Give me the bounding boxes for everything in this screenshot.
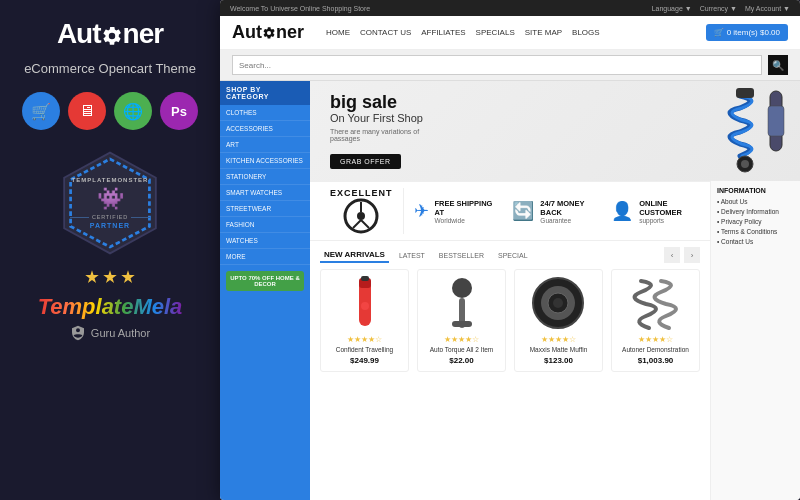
tab-special[interactable]: SPECIAL — [494, 250, 532, 261]
browser-mockup: Welcome To Universe Online Shopping Stor… — [220, 0, 800, 500]
sidebar-item-clothes[interactable]: CLOTHES — [220, 105, 310, 121]
hero-image — [680, 81, 800, 181]
hero-subtitle: On Your First Shop — [330, 112, 450, 124]
hero-text: big sale On Your First Shop There are ma… — [330, 93, 450, 170]
svg-point-16 — [452, 278, 472, 298]
guru-author-label: Guru Author — [91, 327, 150, 339]
sidebar-item-streetwear[interactable]: STREETWEAR — [220, 201, 310, 217]
tab-new-arrivals[interactable]: NEW ARRIVALS — [320, 248, 389, 263]
cart-button[interactable]: 🛒 0 item(s) $0.00 — [706, 24, 788, 41]
nav-home[interactable]: HOME — [326, 28, 350, 37]
product-stars-1: ★★★★☆ — [347, 335, 382, 344]
excellent-label: EXCELLENT — [330, 188, 393, 198]
product-price-1: $249.99 — [350, 356, 379, 365]
store-sidebar: SHOP BY CATEGORY CLOTHES ACCESSORIES ART… — [220, 81, 310, 500]
icons-row: 🛒 🖥 🌐 Ps — [22, 92, 198, 130]
moneyback-icon: 🔄 — [512, 200, 534, 222]
sidebar-item-more[interactable]: MORE — [220, 249, 310, 265]
search-button[interactable]: 🔍 — [768, 55, 788, 75]
feature-moneyback-sub: Guarantee — [540, 217, 601, 224]
hexagon-badge: TemplateMonster 👾 CERTIFIED PaRTNER — [55, 148, 165, 258]
tagline: eCommerce Opencart Theme — [24, 60, 196, 78]
products-grid: ★★★★☆ Confident Travelling $249.99 ★★★★☆ — [320, 269, 700, 372]
info-privacy[interactable]: • Privacy Policy — [717, 218, 794, 225]
feature-moneyback: 🔄 24/7 money back Guarantee — [512, 188, 601, 234]
sidebar-item-art[interactable]: ART — [220, 137, 310, 153]
info-title: INFORMATION — [717, 187, 794, 194]
svg-point-15 — [361, 302, 369, 310]
svg-point-8 — [357, 212, 365, 220]
product-name-3: Maxxis Matte Muffin — [530, 346, 588, 354]
svg-rect-3 — [768, 106, 784, 136]
product-price-3: $123.00 — [544, 356, 573, 365]
sidebar-item-fashion[interactable]: FASHION — [220, 217, 310, 233]
info-terms[interactable]: • Terms & Conditions — [717, 228, 794, 235]
product-card-1: ★★★★☆ Confident Travelling $249.99 — [320, 269, 409, 372]
desktop-icon: 🖥 — [68, 92, 106, 130]
hero-cta-button[interactable]: GRAB OFFER — [330, 154, 401, 169]
globe-icon: 🌐 — [114, 92, 152, 130]
hero-banner: big sale On Your First Shop There are ma… — [310, 81, 800, 181]
product-stars-3: ★★★★☆ — [541, 335, 576, 344]
support-icon: 👤 — [611, 200, 633, 222]
svg-rect-18 — [452, 321, 472, 327]
product-card-2: ★★★★☆ Auto Torque All 2 Item $22.00 — [417, 269, 506, 372]
feature-shipping-sub: Worldwide — [435, 217, 503, 224]
template-mela-brand: TemplateMela — [38, 294, 183, 320]
feature-moneyback-title: 24/7 money back — [540, 199, 601, 217]
info-delivery[interactable]: • Delivery Information — [717, 208, 794, 215]
sidebar-item-watches2[interactable]: WATCHES — [220, 233, 310, 249]
svg-line-11 — [361, 220, 369, 228]
prev-arrow[interactable]: ‹ — [664, 247, 680, 263]
svg-line-10 — [353, 220, 361, 228]
hero-desc: There are many variations of passages — [330, 128, 450, 142]
sidebar-item-accessories[interactable]: ACCESSORIES — [220, 121, 310, 137]
tab-bestseller[interactable]: BESTSELLER — [435, 250, 488, 261]
logo-area: Autner — [57, 18, 163, 50]
topbar-right-links: Language ▼ Currency ▼ My Account ▼ — [652, 5, 790, 12]
account-dropdown[interactable]: My Account ▼ — [745, 5, 790, 12]
nav-contact[interactable]: CONTACT US — [360, 28, 411, 37]
nav-specials[interactable]: SPECIALS — [476, 28, 515, 37]
feature-support: 👤 Online customer supports — [611, 188, 700, 234]
sidebar-item-stationery[interactable]: STATIONERY — [220, 169, 310, 185]
sidebar-item-watches[interactable]: SMART WATCHES — [220, 185, 310, 201]
tab-latest[interactable]: LATEST — [395, 250, 429, 261]
store-nav: HOME CONTACT US AFFILIATES SPECIALS SITE… — [326, 28, 694, 37]
feature-support-title: Online customer — [639, 199, 700, 217]
nav-blogs[interactable]: BLOGS — [572, 28, 600, 37]
sidebar-header: SHOP BY CATEGORY — [220, 81, 310, 105]
product-card-3: ★★★★☆ Maxxis Matte Muffin $123.00 — [514, 269, 603, 372]
steering-wheel-icon — [343, 198, 379, 234]
monster-logo-icon: 👾 — [97, 186, 124, 212]
logo-text: Autner — [57, 18, 163, 50]
svg-point-22 — [553, 298, 563, 308]
shock-absorber-image — [680, 86, 800, 176]
info-contact[interactable]: • Contact Us — [717, 238, 794, 245]
product-img-1 — [337, 276, 392, 331]
product-img-2 — [434, 276, 489, 331]
left-panel: Autner eCommerce Opencart Theme 🛒 🖥 🌐 Ps… — [0, 0, 220, 500]
star-2-icon — [103, 270, 117, 284]
info-section: INFORMATION • About Us • Delivery Inform… — [710, 181, 800, 500]
info-about[interactable]: • About Us — [717, 198, 794, 205]
cart-text: 0 item(s) $0.00 — [727, 28, 780, 37]
svg-point-6 — [741, 160, 749, 168]
currency-dropdown[interactable]: Currency ▼ — [700, 5, 737, 12]
language-dropdown[interactable]: Language ▼ — [652, 5, 692, 12]
hero-title: big sale — [330, 93, 450, 113]
certified-badge-container: TemplateMonster 👾 CERTIFIED PaRTNER — [55, 148, 165, 284]
sidebar-promo: UPTO 70% OFF HOME & DECOR — [226, 271, 304, 291]
product-price-2: $22.00 — [449, 356, 473, 365]
sidebar-item-kitchen[interactable]: KITCHEN ACCESSORIES — [220, 153, 310, 169]
store-header: Autner HOME CONTACT US AFFILIATES SPECIA… — [220, 16, 800, 50]
product-stars-4: ★★★★☆ — [638, 335, 673, 344]
svg-rect-4 — [736, 88, 754, 98]
next-arrow[interactable]: › — [684, 247, 700, 263]
nav-affiliates[interactable]: AFFILIATES — [421, 28, 465, 37]
search-input[interactable] — [232, 55, 762, 75]
template-monster-label: TemplateMonster — [72, 177, 149, 184]
feature-shipping-title: Free shipping at — [435, 199, 503, 217]
certified-label: CERTIFIED — [92, 214, 128, 220]
nav-sitemap[interactable]: SITE MAP — [525, 28, 562, 37]
